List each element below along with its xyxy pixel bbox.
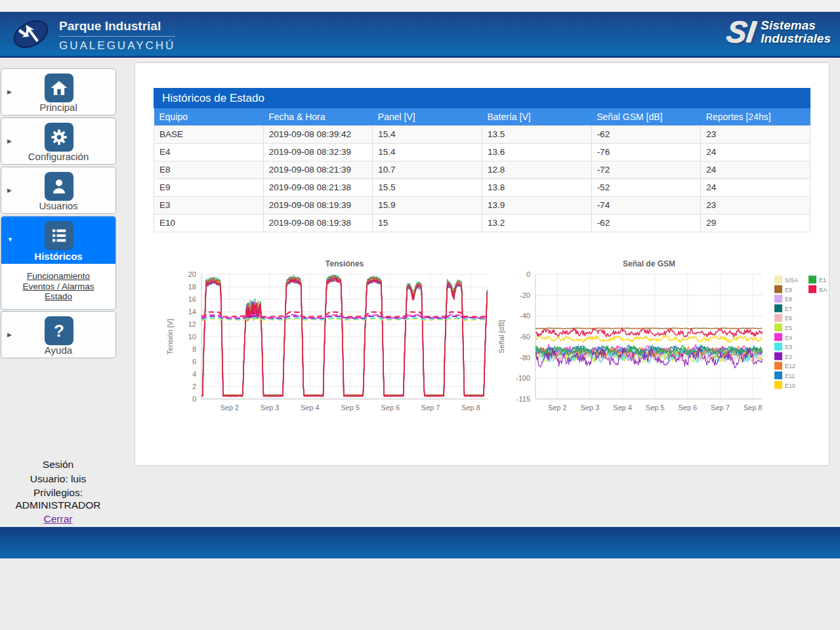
- sidebar-item-ayuda[interactable]: ▶ ? Ayuda: [1, 311, 116, 358]
- table-row: E92019-09-08 08:21:3815.513.8-5224: [154, 178, 810, 196]
- legend-label: E10: [785, 383, 795, 389]
- col-bateria: Batería [V]: [482, 108, 591, 125]
- table-cell: 23: [701, 125, 810, 143]
- legend-swatch: [808, 276, 816, 284]
- svg-text:Sep 4: Sep 4: [301, 404, 320, 411]
- table-cell: 15.5: [373, 178, 482, 196]
- table-cell: E8: [154, 161, 264, 178]
- legend-swatch: [774, 371, 782, 379]
- logout-link[interactable]: Cerrar: [44, 513, 73, 524]
- legend-label: E8: [785, 296, 792, 303]
- svg-text:-100: -100: [516, 374, 530, 382]
- svg-text:Sep 7: Sep 7: [711, 404, 730, 411]
- table-cell: 2019-09-08 08:21:39: [263, 161, 373, 178]
- sidebar-item-historicos[interactable]: ▼ Históricos: [1, 217, 116, 264]
- sidebar-item-label: Históricos: [1, 251, 116, 262]
- session-title: Sesión: [0, 459, 116, 471]
- table-cell: 13.5: [482, 125, 591, 143]
- legend-label: E7: [785, 306, 792, 312]
- svg-text:2: 2: [192, 383, 196, 390]
- table-cell: 23: [701, 196, 810, 214]
- legend-swatch: [774, 362, 782, 369]
- legend-swatch: [774, 324, 782, 331]
- brand-left: Parque Industrial GUALEGUAYCHÚ: [10, 15, 175, 56]
- si-logo-text: Sistemas Industriales: [761, 19, 831, 45]
- session-priv-value: ADMINISTRADOR: [0, 499, 116, 512]
- sidebar-group-historicos: ▼ Históricos Funcionamiento Eventos / Al…: [1, 216, 116, 310]
- legend-label: E9: [785, 287, 792, 293]
- legend-label: E3: [785, 344, 792, 350]
- legend-label: BASE: [819, 287, 828, 293]
- home-icon: [45, 74, 74, 102]
- table-cell: -72: [591, 161, 701, 178]
- legend-label: E5: [785, 325, 792, 331]
- legend-swatch: [774, 285, 782, 293]
- brand-subtitle: GUALEGUAYCHÚ: [59, 39, 175, 52]
- col-equipo: Equipo: [154, 108, 264, 125]
- sidebar-item-configuracion[interactable]: ▶ Configuración: [1, 117, 116, 165]
- svg-text:10: 10: [188, 333, 196, 341]
- svg-text:Sep 5: Sep 5: [646, 404, 665, 411]
- chevron-right-icon: ▶: [7, 187, 12, 194]
- legend-label: SISA: [785, 277, 799, 284]
- svg-text:0: 0: [192, 395, 196, 403]
- submenu-link-estado[interactable]: Estado: [1, 291, 116, 302]
- svg-text:12: 12: [188, 320, 196, 328]
- svg-text:-20: -20: [520, 291, 530, 299]
- table-cell: -52: [591, 178, 701, 196]
- submenu-link-funcionamiento[interactable]: Funcionamiento: [1, 271, 116, 282]
- chevron-down-icon: ▼: [7, 236, 13, 243]
- svg-text:Sep 3: Sep 3: [261, 404, 280, 411]
- svg-text:Tensión [V]: Tensión [V]: [166, 319, 174, 354]
- brand-right: SI Sistemas Industriales: [727, 17, 831, 47]
- table-title: Históricos de Estado: [154, 88, 810, 108]
- sidebar-item-usuarios[interactable]: ▶ Usuarios: [1, 167, 116, 214]
- historicos-submenu: Funcionamiento Eventos / Alarmas Estado: [1, 264, 116, 302]
- svg-text:Sep 5: Sep 5: [341, 404, 360, 411]
- svg-text:Sep 8: Sep 8: [461, 404, 480, 411]
- table-cell: -62: [591, 214, 701, 232]
- table-row: E82019-09-08 08:21:3910.712.8-7224: [154, 161, 810, 178]
- legend-label: E2: [785, 354, 792, 360]
- legend-swatch: [808, 285, 816, 293]
- svg-text:Sep 6: Sep 6: [381, 404, 400, 411]
- gear-icon: [45, 123, 74, 152]
- table-cell: 2019-09-08 08:21:38: [263, 178, 373, 196]
- table-cell: 15.4: [373, 125, 482, 143]
- sidebar-item-principal[interactable]: ▶ Principal: [1, 68, 116, 116]
- table-row: E102019-09-08 08:19:381513.2-6229: [154, 214, 810, 232]
- table-cell: E10: [154, 214, 264, 232]
- tension-chart: 02468101214161820Sep 2Sep 3Sep 4Sep 5Sep…: [165, 257, 493, 421]
- legend-swatch: [774, 343, 782, 350]
- svg-text:Sep 7: Sep 7: [421, 404, 440, 411]
- svg-text:-80: -80: [520, 354, 530, 362]
- app-header: Parque Industrial GUALEGUAYCHÚ SI Sistem…: [0, 12, 840, 58]
- status-table-wrap: Históricos de Estado Equipo Fecha & Hora…: [154, 88, 810, 232]
- table-cell: 13.9: [482, 196, 591, 214]
- legend-label: E4: [785, 335, 792, 341]
- svg-text:0: 0: [526, 270, 530, 278]
- svg-text:-40: -40: [520, 312, 530, 320]
- svg-text:16: 16: [188, 295, 196, 303]
- table-cell: 2019-09-08 08:32:39: [263, 143, 373, 161]
- svg-text:8: 8: [192, 345, 196, 353]
- legend-label: E1: [819, 277, 826, 284]
- svg-text:Señal de GSM: Señal de GSM: [623, 259, 675, 268]
- submenu-link-eventos-alarmas[interactable]: Eventos / Alarmas: [1, 282, 116, 292]
- sidebar-item-label: Usuarios: [1, 200, 116, 211]
- legend-swatch: [774, 381, 782, 389]
- table-cell: 15.4: [373, 143, 482, 161]
- table-cell: 15.9: [373, 196, 482, 214]
- legend-swatch: [774, 333, 782, 341]
- legend-swatch: [774, 295, 782, 303]
- legend-swatch: [774, 314, 782, 322]
- svg-text:6: 6: [192, 358, 196, 366]
- table-cell: -76: [591, 143, 701, 161]
- session-panel: Sesión Usuario: luis Privilegios: ADMINI…: [0, 459, 116, 526]
- sidebar-item-label: Configuración: [1, 151, 116, 162]
- svg-text:Sep 4: Sep 4: [613, 404, 632, 411]
- table-cell: 10.7: [373, 161, 482, 178]
- table-cell: BASE: [154, 125, 264, 143]
- table-cell: 12.8: [482, 161, 591, 178]
- gsm-chart: -115-100-80-60-40-200Sep 2Sep 3Sep 4Sep …: [496, 257, 828, 421]
